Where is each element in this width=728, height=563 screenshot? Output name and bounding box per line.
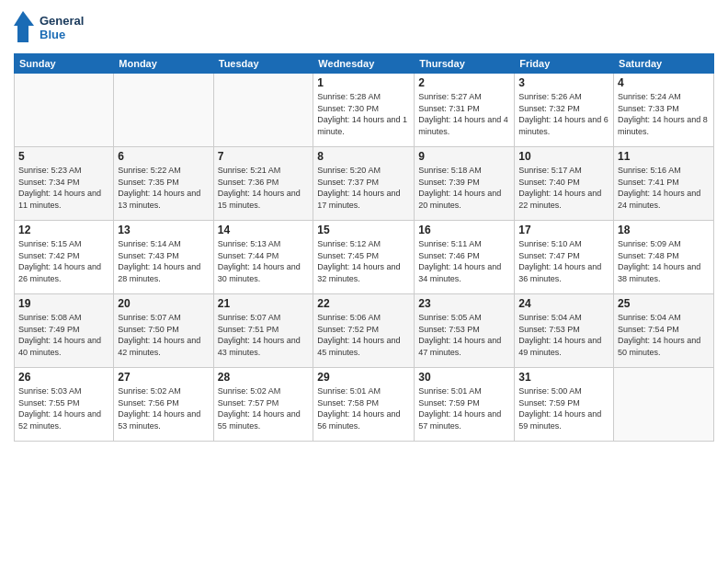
day-info: Sunrise: 5:23 AM Sunset: 7:34 PM Dayligh… [18,165,109,211]
calendar-cell: 12Sunrise: 5:15 AM Sunset: 7:42 PM Dayli… [15,221,114,294]
calendar-cell: 7Sunrise: 5:21 AM Sunset: 7:36 PM Daylig… [213,147,313,221]
day-info: Sunrise: 5:04 AM Sunset: 7:53 PM Dayligh… [518,312,609,358]
day-info: Sunrise: 5:04 AM Sunset: 7:54 PM Dayligh… [618,312,710,358]
svg-text:Blue: Blue [40,28,65,41]
calendar-cell: 13Sunrise: 5:14 AM Sunset: 7:43 PM Dayli… [114,221,213,294]
calendar-week-1: 1Sunrise: 5:28 AM Sunset: 7:30 PM Daylig… [15,74,714,147]
day-number: 11 [618,150,710,163]
calendar-week-2: 5Sunrise: 5:23 AM Sunset: 7:34 PM Daylig… [15,147,714,221]
day-info: Sunrise: 5:20 AM Sunset: 7:37 PM Dayligh… [317,165,410,211]
logo-svg: General Blue [14,9,97,46]
calendar-cell: 10Sunrise: 5:17 AM Sunset: 7:40 PM Dayli… [515,147,614,221]
day-number: 20 [118,297,209,310]
calendar-cell: 9Sunrise: 5:18 AM Sunset: 7:39 PM Daylig… [415,147,515,221]
calendar-cell: 31Sunrise: 5:00 AM Sunset: 7:59 PM Dayli… [515,368,614,442]
calendar-cell: 15Sunrise: 5:12 AM Sunset: 7:45 PM Dayli… [313,221,415,294]
day-info: Sunrise: 5:12 AM Sunset: 7:45 PM Dayligh… [317,238,410,284]
day-info: Sunrise: 5:11 AM Sunset: 7:46 PM Dayligh… [418,238,510,284]
day-number: 31 [518,371,609,384]
day-info: Sunrise: 5:13 AM Sunset: 7:44 PM Dayligh… [218,238,310,284]
calendar-cell: 11Sunrise: 5:16 AM Sunset: 7:41 PM Dayli… [614,147,714,221]
day-info: Sunrise: 5:08 AM Sunset: 7:49 PM Dayligh… [18,312,109,358]
weekday-header-monday: Monday [114,54,213,74]
day-info: Sunrise: 5:28 AM Sunset: 7:30 PM Dayligh… [317,91,410,137]
day-info: Sunrise: 5:07 AM Sunset: 7:51 PM Dayligh… [218,312,310,358]
weekday-header-thursday: Thursday [415,54,515,74]
day-info: Sunrise: 5:07 AM Sunset: 7:50 PM Dayligh… [118,312,209,358]
day-info: Sunrise: 5:14 AM Sunset: 7:43 PM Dayligh… [118,238,209,284]
calendar-week-4: 19Sunrise: 5:08 AM Sunset: 7:49 PM Dayli… [15,294,714,368]
svg-text:General: General [40,14,84,28]
calendar-cell: 27Sunrise: 5:02 AM Sunset: 7:56 PM Dayli… [114,368,213,442]
header: General Blue [14,9,714,46]
day-info: Sunrise: 5:02 AM Sunset: 7:56 PM Dayligh… [118,385,209,431]
day-number: 13 [118,224,209,236]
calendar-cell: 5Sunrise: 5:23 AM Sunset: 7:34 PM Daylig… [15,147,114,221]
calendar-cell: 2Sunrise: 5:27 AM Sunset: 7:31 PM Daylig… [415,74,515,147]
day-number: 2 [418,76,510,89]
calendar-cell: 22Sunrise: 5:06 AM Sunset: 7:52 PM Dayli… [313,294,415,368]
calendar-cell [114,74,213,147]
calendar-cell: 18Sunrise: 5:09 AM Sunset: 7:48 PM Dayli… [614,221,714,294]
day-number: 19 [18,297,109,310]
calendar-cell: 3Sunrise: 5:26 AM Sunset: 7:32 PM Daylig… [515,74,614,147]
calendar-cell [213,74,313,147]
day-number: 21 [218,297,310,310]
day-info: Sunrise: 5:26 AM Sunset: 7:32 PM Dayligh… [518,91,609,137]
calendar-cell: 19Sunrise: 5:08 AM Sunset: 7:49 PM Dayli… [15,294,114,368]
day-number: 15 [317,224,410,236]
calendar-cell: 21Sunrise: 5:07 AM Sunset: 7:51 PM Dayli… [213,294,313,368]
day-info: Sunrise: 5:16 AM Sunset: 7:41 PM Dayligh… [618,165,710,211]
day-number: 7 [218,150,310,163]
calendar-cell: 29Sunrise: 5:01 AM Sunset: 7:58 PM Dayli… [313,368,415,442]
weekday-header-saturday: Saturday [614,54,714,74]
day-info: Sunrise: 5:01 AM Sunset: 7:59 PM Dayligh… [418,385,510,431]
calendar-cell: 16Sunrise: 5:11 AM Sunset: 7:46 PM Dayli… [415,221,515,294]
weekday-header-friday: Friday [515,54,614,74]
day-number: 1 [317,76,410,89]
day-number: 8 [317,150,410,163]
day-number: 23 [418,297,510,310]
svg-marker-2 [14,11,34,42]
day-number: 17 [518,224,609,236]
day-number: 6 [118,150,209,163]
day-number: 3 [518,76,609,89]
day-number: 25 [618,297,710,310]
calendar-cell: 24Sunrise: 5:04 AM Sunset: 7:53 PM Dayli… [515,294,614,368]
calendar-cell: 1Sunrise: 5:28 AM Sunset: 7:30 PM Daylig… [313,74,415,147]
calendar-cell: 17Sunrise: 5:10 AM Sunset: 7:47 PM Dayli… [515,221,614,294]
day-number: 28 [218,371,310,384]
day-info: Sunrise: 5:05 AM Sunset: 7:53 PM Dayligh… [418,312,510,358]
day-number: 22 [317,297,410,310]
calendar-cell: 20Sunrise: 5:07 AM Sunset: 7:50 PM Dayli… [114,294,213,368]
day-info: Sunrise: 5:10 AM Sunset: 7:47 PM Dayligh… [518,238,609,284]
day-info: Sunrise: 5:00 AM Sunset: 7:59 PM Dayligh… [518,385,609,431]
day-info: Sunrise: 5:18 AM Sunset: 7:39 PM Dayligh… [418,165,510,211]
calendar-cell: 4Sunrise: 5:24 AM Sunset: 7:33 PM Daylig… [614,74,714,147]
calendar-cell [614,368,714,442]
day-number: 26 [18,371,109,384]
day-info: Sunrise: 5:24 AM Sunset: 7:33 PM Dayligh… [618,91,710,137]
calendar-week-5: 26Sunrise: 5:03 AM Sunset: 7:55 PM Dayli… [15,368,714,442]
day-number: 10 [518,150,609,163]
calendar-cell [15,74,114,147]
day-number: 18 [618,224,710,236]
day-number: 24 [518,297,609,310]
day-info: Sunrise: 5:03 AM Sunset: 7:55 PM Dayligh… [18,385,109,431]
calendar-cell: 8Sunrise: 5:20 AM Sunset: 7:37 PM Daylig… [313,147,415,221]
calendar-cell: 6Sunrise: 5:22 AM Sunset: 7:35 PM Daylig… [114,147,213,221]
calendar-cell: 23Sunrise: 5:05 AM Sunset: 7:53 PM Dayli… [415,294,515,368]
day-number: 5 [18,150,109,163]
day-number: 14 [218,224,310,236]
day-number: 30 [418,371,510,384]
day-info: Sunrise: 5:09 AM Sunset: 7:48 PM Dayligh… [618,238,710,284]
calendar-cell: 26Sunrise: 5:03 AM Sunset: 7:55 PM Dayli… [15,368,114,442]
day-number: 29 [317,371,410,384]
calendar-cell: 25Sunrise: 5:04 AM Sunset: 7:54 PM Dayli… [614,294,714,368]
day-info: Sunrise: 5:15 AM Sunset: 7:42 PM Dayligh… [18,238,109,284]
day-info: Sunrise: 5:06 AM Sunset: 7:52 PM Dayligh… [317,312,410,358]
weekday-header-tuesday: Tuesday [213,54,313,74]
day-info: Sunrise: 5:22 AM Sunset: 7:35 PM Dayligh… [118,165,209,211]
day-number: 4 [618,76,710,89]
day-info: Sunrise: 5:02 AM Sunset: 7:57 PM Dayligh… [218,385,310,431]
